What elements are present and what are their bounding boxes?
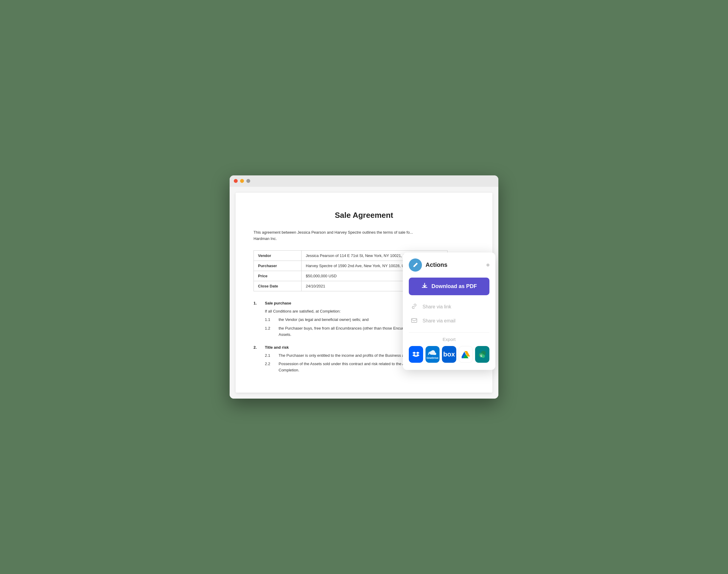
export-gdrive-button[interactable]	[459, 346, 473, 363]
window-body: Sale Agreement This agreement between Je…	[230, 187, 498, 399]
section-heading-text: Sale purchase	[265, 301, 291, 305]
email-icon	[410, 317, 418, 325]
download-pdf-label: Download as PDF	[431, 283, 477, 290]
maximize-button[interactable]	[246, 179, 250, 183]
actions-close-dot[interactable]	[487, 263, 489, 266]
close-button[interactable]	[234, 179, 238, 183]
document-intro: This agreement between Jessica Pearson a…	[254, 230, 439, 242]
export-onedrive-button[interactable]: OneDrive	[425, 346, 440, 363]
subsection-number: 2.1	[265, 353, 273, 359]
download-icon	[421, 282, 428, 290]
table-cell-label: Vendor	[254, 250, 302, 260]
subsection-number: 1.1	[265, 317, 273, 323]
subsection-number: 1.2	[265, 325, 273, 338]
share-email-button[interactable]: Share via email	[409, 314, 489, 328]
minimize-button[interactable]	[240, 179, 244, 183]
download-pdf-button[interactable]: Download as PDF	[409, 278, 489, 295]
link-icon	[410, 303, 418, 311]
titlebar	[230, 175, 498, 187]
table-cell-label: Price	[254, 271, 302, 281]
actions-panel: Actions Download as PDF	[403, 252, 495, 370]
actions-header: Actions	[409, 258, 489, 272]
share-link-button[interactable]: Share via link	[409, 300, 489, 314]
actions-title: Actions	[425, 261, 447, 268]
section-heading-text: Title and risk	[265, 345, 289, 350]
export-sharepoint-button[interactable]: S	[475, 346, 489, 363]
app-window: Sale Agreement This agreement between Je…	[230, 175, 498, 399]
export-label: Export	[409, 337, 489, 342]
export-icons-container: OneDrive box	[409, 346, 489, 363]
svg-rect-0	[411, 319, 417, 322]
document-title: Sale Agreement	[254, 211, 474, 220]
export-dropbox-button[interactable]	[409, 346, 423, 363]
share-email-label: Share via email	[422, 318, 455, 324]
subsection-text: the Vendor (as legal and beneficial owne…	[279, 317, 368, 323]
svg-text:S: S	[480, 354, 482, 358]
share-link-label: Share via link	[422, 304, 451, 310]
actions-icon	[409, 258, 422, 272]
table-cell-label: Close Date	[254, 281, 302, 291]
export-box-button[interactable]: box	[442, 346, 456, 363]
section-number: 2.	[254, 345, 260, 350]
subsection-number: 2.2	[265, 361, 273, 373]
table-cell-label: Purchaser	[254, 260, 302, 271]
divider	[409, 332, 489, 333]
section-number: 1.	[254, 301, 260, 305]
